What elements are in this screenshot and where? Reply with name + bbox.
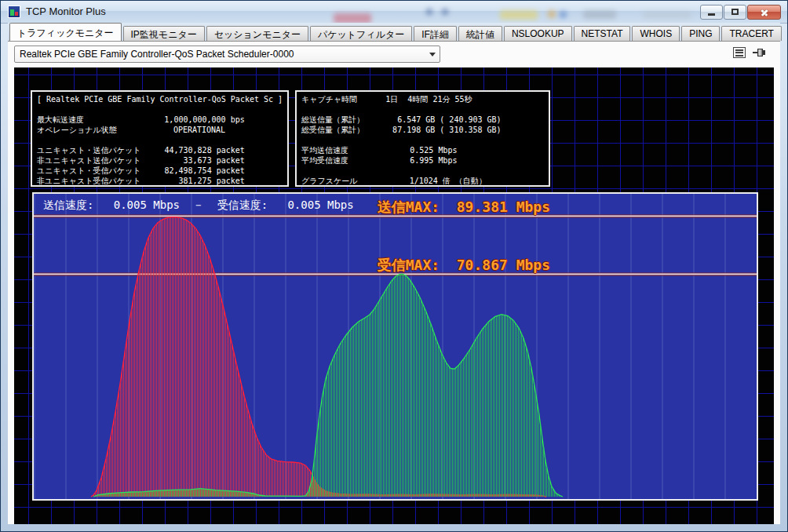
minimize-button[interactable] [700, 5, 723, 20]
app-icon [8, 5, 20, 18]
traffic-graph [34, 194, 757, 499]
minimize-icon [708, 13, 715, 16]
glass-blur-decoration [548, 10, 556, 18]
app-window: TCP Monitor Plus トラフィックモニターIP監視モニターセッション… [0, 0, 788, 532]
pin-icon[interactable] [753, 48, 766, 57]
glass-blur-decoration [426, 9, 432, 15]
tab-packet-filter[interactable]: パケットフィルター [310, 26, 412, 41]
current-speed-readout: 送信速度: 0.005 Mbps － 受信速度: 0.005 Mbps [43, 199, 354, 213]
glass-blur-decoration [583, 10, 616, 19]
tab-bar: トラフィックモニターIP監視モニターセッションモニターパケットフィルターIF詳細… [8, 23, 780, 41]
tab-traffic-monitor[interactable]: トラフィックモニター [9, 23, 122, 41]
tab-ip-monitor[interactable]: IP監視モニター [123, 26, 205, 41]
tab-netstat[interactable]: NETSTAT [574, 26, 631, 41]
close-button[interactable] [747, 5, 781, 20]
tab-whois[interactable]: WHOIS [632, 26, 680, 41]
capture-stats-panel: キャプチャ時間 1日 4時間 21分 55秒 総送信量（累計） 6.547 GB… [295, 90, 550, 187]
traffic-graph-box: 送信速度: 0.005 Mbps － 受信速度: 0.005 Mbps 送信MA… [32, 192, 758, 501]
monitor-panel: [ Realtek PCIe GBE Family Controller-QoS… [14, 67, 774, 524]
traffic-monitor-page: Realtek PCIe GBE Family Controller-QoS P… [8, 41, 780, 524]
tab-nslookup[interactable]: NSLOOKUP [504, 26, 572, 41]
adapter-select-value: Realtek PCIe GBE Family Controller-QoS P… [20, 49, 294, 60]
window-title: TCP Monitor Plus [26, 5, 106, 17]
chevron-down-icon [429, 53, 436, 56]
maximize-button[interactable] [724, 5, 746, 20]
recv-max-readout: 受信MAX: 70.867 Mbps [378, 256, 550, 275]
adapter-select[interactable]: Realtek PCIe GBE Family Controller-QoS P… [14, 46, 440, 63]
window-content: トラフィックモニターIP監視モニターセッションモニターパケットフィルターIF詳細… [8, 23, 780, 524]
glass-blur-decoration [643, 11, 691, 19]
tab-tracert[interactable]: TRACERT [721, 26, 781, 41]
glass-blur-decoration [442, 9, 448, 15]
glass-blur-decoration [500, 10, 538, 20]
title-bar[interactable]: TCP Monitor Plus [1, 1, 787, 24]
tab-session-monitor[interactable]: セッションモニター [206, 26, 308, 41]
tab-ping[interactable]: PING [681, 26, 720, 41]
interface-list-icon[interactable] [733, 47, 746, 58]
interface-stats-panel: [ Realtek PCIe GBE Family Controller-QoS… [31, 90, 289, 187]
maximize-icon [731, 9, 739, 15]
tab-if-detail[interactable]: IF詳細 [414, 26, 457, 41]
glass-blur-decoration [560, 11, 567, 18]
tab-statistics[interactable]: 統計値 [458, 26, 502, 41]
adapter-row: Realtek PCIe GBE Family Controller-QoS P… [8, 42, 780, 67]
send-max-readout: 送信MAX: 89.381 Mbps [378, 198, 550, 217]
